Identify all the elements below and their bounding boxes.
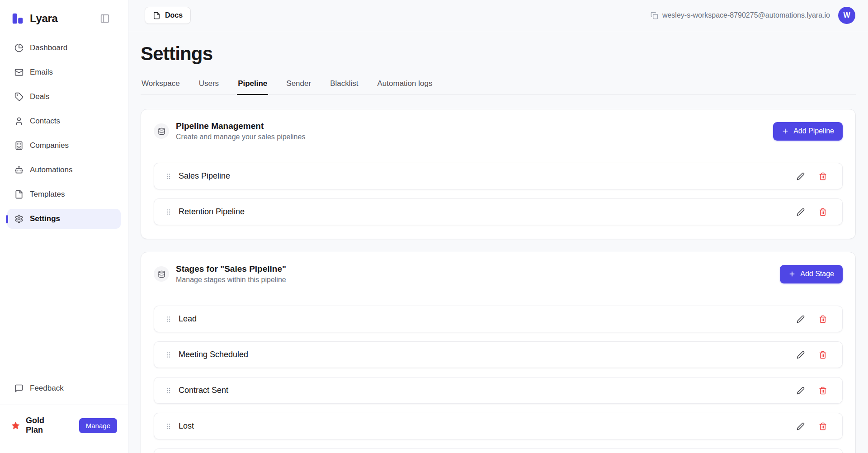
database-icon <box>154 266 169 282</box>
pencil-icon[interactable] <box>796 421 806 431</box>
stage-name: Lead <box>179 314 796 324</box>
page-title: Settings <box>141 43 856 65</box>
tab-sender[interactable]: Sender <box>285 78 312 94</box>
drag-handle-icon[interactable] <box>165 350 172 359</box>
drag-handle-icon[interactable] <box>165 422 172 431</box>
pipeline-row: Retention Pipeline <box>154 198 843 225</box>
stage-name: Contract Sent <box>179 386 796 395</box>
row-actions <box>796 350 828 360</box>
logo-text: Lyara <box>30 12 58 25</box>
trash-icon[interactable] <box>818 421 828 431</box>
add-stage-button[interactable]: Add Stage <box>780 265 843 283</box>
plus-icon <box>788 270 796 278</box>
tab-workspace[interactable]: Workspace <box>141 78 181 94</box>
pipeline-row: Sales Pipeline <box>154 163 843 189</box>
drag-handle-icon[interactable] <box>165 208 172 217</box>
sidebar-item-label: Dashboard <box>30 43 67 52</box>
sidebar-item-templates[interactable]: Templates <box>7 184 121 204</box>
plus-icon <box>782 127 789 135</box>
trash-icon[interactable] <box>818 386 828 396</box>
pencil-icon[interactable] <box>796 171 806 181</box>
pencil-icon[interactable] <box>796 207 806 217</box>
row-actions <box>796 386 828 396</box>
bot-icon <box>14 165 24 175</box>
sidebar-spacer <box>0 229 128 378</box>
chat-bubble-icon <box>14 384 24 393</box>
docs-button[interactable]: Docs <box>145 7 191 24</box>
drag-handle-icon[interactable] <box>165 315 172 324</box>
sidebar-item-deals[interactable]: Deals <box>7 87 121 107</box>
stage-name: Lost <box>179 421 796 431</box>
trash-icon[interactable] <box>818 350 828 360</box>
tab-pipeline[interactable]: Pipeline <box>237 78 268 94</box>
sidebar-item-dashboard[interactable]: Dashboard <box>7 38 121 58</box>
card-header: Stages for "Sales Pipeline" Manage stage… <box>154 264 843 284</box>
sidebar-item-label: Settings <box>30 214 60 223</box>
card-subtitle: Manage stages within this pipeline <box>176 276 780 284</box>
sidebar-item-label: Feedback <box>30 384 64 393</box>
sidebar-item-label: Contacts <box>30 117 60 126</box>
row-actions <box>796 421 828 431</box>
stage-row: Contract Sent <box>154 377 843 404</box>
docs-file-icon <box>153 12 160 19</box>
copy-icon[interactable] <box>651 12 658 19</box>
logo-row: Lyara <box>0 0 128 34</box>
sidebar-item-contacts[interactable]: Contacts <box>7 111 121 131</box>
sidebar-item-automations[interactable]: Automations <box>7 160 121 180</box>
tab-users[interactable]: Users <box>198 78 220 94</box>
add-pipeline-label: Add Pipeline <box>793 127 834 135</box>
sidebar-item-label: Companies <box>30 141 69 150</box>
gear-icon <box>14 214 24 223</box>
sidebar-item-label: Automations <box>30 165 73 175</box>
card-title: Stages for "Sales Pipeline" <box>176 264 780 274</box>
avatar[interactable]: W <box>838 7 855 24</box>
stage-row: Lead <box>154 306 843 332</box>
sidebar-item-emails[interactable]: Emails <box>7 62 121 82</box>
sidebar-item-label: Templates <box>30 190 65 199</box>
sidebar-item-companies[interactable]: Companies <box>7 136 121 156</box>
plan-bar: Gold Plan Manage <box>0 405 128 453</box>
stage-row-partial <box>154 448 843 453</box>
card-titles: Pipeline Management Create and manage yo… <box>176 121 773 141</box>
sidebar-item-feedback[interactable]: Feedback <box>7 378 121 398</box>
pie-chart-icon <box>14 43 24 52</box>
settings-tabs: Workspace Users Pipeline Sender Blacklis… <box>141 78 856 95</box>
pencil-icon[interactable] <box>796 386 806 396</box>
pencil-icon[interactable] <box>796 314 806 324</box>
tab-automation-logs[interactable]: Automation logs <box>377 78 434 94</box>
main-area: Docs wesley-s-workspace-8790275@automati… <box>128 0 868 453</box>
top-header: Docs wesley-s-workspace-8790275@automati… <box>128 0 868 31</box>
pencil-icon[interactable] <box>796 350 806 360</box>
user-icon <box>14 117 24 126</box>
stage-name: Meeting Scheduled <box>179 350 796 359</box>
workspace-email: wesley-s-workspace-8790275@automations.l… <box>662 11 830 19</box>
account-area: wesley-s-workspace-8790275@automations.l… <box>651 7 855 24</box>
stage-list: Lead <box>154 306 843 453</box>
add-pipeline-button[interactable]: Add Pipeline <box>773 122 843 141</box>
manage-plan-button[interactable]: Manage <box>79 418 117 433</box>
trash-icon[interactable] <box>818 314 828 324</box>
row-actions <box>796 171 828 181</box>
sidebar-bottom: Feedback <box>0 378 128 405</box>
sidebar-item-label: Emails <box>30 68 53 77</box>
add-stage-label: Add Stage <box>800 270 834 278</box>
stage-row: Meeting Scheduled <box>154 341 843 368</box>
sidebar-collapse-icon[interactable] <box>100 14 110 24</box>
card-subtitle: Create and manage your sales pipelines <box>176 133 773 141</box>
trash-icon[interactable] <box>818 207 828 217</box>
stages-card: Stages for "Sales Pipeline" Manage stage… <box>141 252 856 453</box>
drag-handle-icon[interactable] <box>165 386 172 395</box>
sidebar-item-settings[interactable]: Settings <box>7 209 121 229</box>
database-icon <box>154 123 169 139</box>
tag-icon <box>14 92 24 101</box>
building-icon <box>14 141 24 150</box>
row-actions <box>796 207 828 217</box>
drag-handle-icon[interactable] <box>165 172 172 181</box>
trash-icon[interactable] <box>818 171 828 181</box>
card-header: Pipeline Management Create and manage yo… <box>154 121 843 141</box>
logo: Lyara <box>11 12 58 25</box>
tab-blacklist[interactable]: Blacklist <box>329 78 359 94</box>
pipeline-name: Retention Pipeline <box>179 207 796 217</box>
docs-button-label: Docs <box>165 11 183 19</box>
card-title: Pipeline Management <box>176 121 773 131</box>
